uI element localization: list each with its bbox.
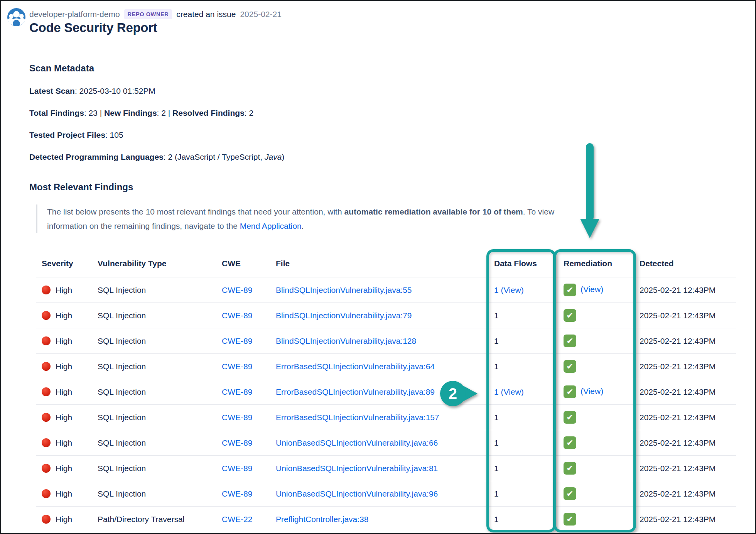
vulnerability-type-label: SQL Injection	[98, 387, 146, 396]
detected-cell: 2025-02-21 12:43PM	[636, 456, 736, 481]
detected-timestamp: 2025-02-21 12:43PM	[640, 362, 716, 371]
vulnerability-type-label: SQL Injection	[98, 413, 146, 422]
issue-page: developer-platform-demo REPO OWNER creat…	[0, 0, 756, 534]
note-text-bold: automatic remediation available for 10 o…	[344, 207, 523, 216]
detected-cell: 2025-02-21 12:43PM	[636, 328, 736, 354]
cwe-cell: CWE-89	[216, 328, 270, 354]
total-findings-value: : 23 |	[84, 108, 104, 117]
cwe-link[interactable]: CWE-89	[222, 489, 252, 498]
vulnerability-type-label: SQL Injection	[98, 362, 146, 371]
file-link[interactable]: ErrorBasedSQLInjectionVulnerability.java…	[276, 413, 439, 422]
issue-action-text: created an issue	[176, 10, 236, 19]
file-cell: BlindSQLInjectionVulnerability.java:128	[270, 328, 481, 354]
severity-label: High	[56, 464, 72, 473]
author-name[interactable]: developer-platform-demo	[29, 10, 120, 19]
latest-scan-label: Latest Scan	[29, 86, 75, 95]
high-severity-dot-icon	[42, 311, 51, 320]
vulnerability-type-label: SQL Injection	[98, 311, 146, 320]
cwe-link[interactable]: CWE-89	[222, 336, 252, 345]
file-cell: UnionBasedSQLInjectionVulnerability.java…	[270, 456, 481, 481]
column-header-detected: Detected	[636, 250, 736, 277]
vulnerability-type-cell: SQL Injection	[92, 277, 216, 303]
vulnerability-type-cell: SQL Injection	[92, 456, 216, 481]
languages-value-italic: Java	[265, 152, 282, 161]
cwe-link[interactable]: CWE-89	[222, 362, 252, 371]
high-severity-dot-icon	[42, 515, 51, 524]
severity-cell: High	[36, 328, 92, 354]
note-text-2: . To view	[523, 207, 554, 216]
severity-label: High	[56, 413, 72, 422]
cwe-link[interactable]: CWE-89	[222, 464, 252, 473]
tested-files-line: Tested Project Files: 105	[29, 130, 123, 140]
vulnerability-type-label: SQL Injection	[98, 286, 146, 294]
file-cell: BlindSQLInjectionVulnerability.java:55	[270, 277, 481, 303]
mend-application-link[interactable]: Mend Application	[240, 221, 302, 230]
vulnerability-type-cell: SQL Injection	[92, 481, 216, 507]
languages-line: Detected Programming Languages: 2 (JavaS…	[29, 152, 284, 162]
findings-note: The list below presents the 10 most rele…	[36, 204, 710, 233]
high-severity-dot-icon	[42, 438, 51, 447]
high-severity-dot-icon	[42, 413, 51, 422]
cwe-link[interactable]: CWE-22	[222, 515, 252, 524]
cwe-cell: CWE-89	[216, 456, 270, 481]
file-link[interactable]: BlindSQLInjectionVulnerability.java:55	[276, 286, 412, 294]
detected-cell: 2025-02-21 12:43PM	[636, 507, 736, 532]
severity-cell: High	[36, 430, 92, 456]
cwe-link[interactable]: CWE-89	[222, 387, 252, 396]
scan-metadata-heading: Scan Metadata	[29, 63, 94, 74]
detected-timestamp: 2025-02-21 12:43PM	[640, 387, 716, 396]
issue-meta-line: developer-platform-demo REPO OWNER creat…	[29, 9, 282, 19]
tested-files-value: : 105	[105, 130, 123, 139]
cwe-cell: CWE-89	[216, 354, 270, 379]
detected-timestamp: 2025-02-21 12:43PM	[640, 464, 716, 473]
annotation-step-2-marker: 2	[439, 378, 479, 409]
vulnerability-type-label: SQL Injection	[98, 489, 146, 498]
note-text-3: information on the remaining findings, n…	[47, 221, 240, 230]
severity-label: High	[56, 286, 72, 294]
file-link[interactable]: UnionBasedSQLInjectionVulnerability.java…	[276, 438, 438, 447]
file-link[interactable]: ErrorBasedSQLInjectionVulnerability.java…	[276, 387, 435, 396]
cwe-cell: CWE-89	[216, 405, 270, 430]
languages-label: Detected Programming Languages	[29, 152, 164, 161]
annotation-step-2-label: 2	[449, 385, 457, 402]
repo-owner-badge: REPO OWNER	[124, 9, 172, 19]
severity-label: High	[56, 387, 72, 396]
cwe-link[interactable]: CWE-89	[222, 413, 252, 422]
detected-cell: 2025-02-21 12:43PM	[636, 481, 736, 507]
tested-files-label: Tested Project Files	[29, 130, 105, 139]
vulnerability-type-cell: SQL Injection	[92, 303, 216, 328]
cwe-link[interactable]: CWE-89	[222, 311, 252, 320]
remediation-annotation-box	[554, 249, 636, 532]
new-findings-value: : 2 |	[157, 108, 172, 117]
languages-value: : 2 (JavaScript / TypeScript,	[164, 152, 265, 161]
file-link[interactable]: ErrorBasedSQLInjectionVulnerability.java…	[276, 362, 435, 371]
file-link[interactable]: BlindSQLInjectionVulnerability.java:128	[276, 336, 416, 345]
detected-timestamp: 2025-02-21 12:43PM	[640, 336, 716, 345]
high-severity-dot-icon	[42, 387, 51, 396]
team-avatar[interactable]	[7, 8, 25, 26]
file-cell: BlindSQLInjectionVulnerability.java:79	[270, 303, 481, 328]
latest-scan-value: : 2025-03-10 01:52PM	[75, 86, 155, 95]
detected-timestamp: 2025-02-21 12:43PM	[640, 438, 716, 447]
latest-scan-line: Latest Scan: 2025-03-10 01:52PM	[29, 86, 155, 96]
cwe-cell: CWE-89	[216, 481, 270, 507]
file-link[interactable]: PreflightController.java:38	[276, 515, 368, 524]
file-link[interactable]: UnionBasedSQLInjectionVulnerability.java…	[276, 464, 438, 473]
severity-cell: High	[36, 303, 92, 328]
vulnerability-type-cell: SQL Injection	[92, 328, 216, 354]
column-header-severity: Severity	[36, 250, 92, 277]
vulnerability-type-label: SQL Injection	[98, 336, 146, 345]
vulnerability-type-label: SQL Injection	[98, 438, 146, 447]
detected-cell: 2025-02-21 12:43PM	[636, 277, 736, 303]
vulnerability-type-cell: SQL Injection	[92, 354, 216, 379]
severity-cell: High	[36, 277, 92, 303]
file-link[interactable]: UnionBasedSQLInjectionVulnerability.java…	[276, 489, 438, 498]
severity-label: High	[56, 362, 72, 371]
vulnerability-type-label: SQL Injection	[98, 464, 146, 473]
vulnerability-type-cell: Path/Directory Traversal	[92, 507, 216, 532]
vulnerability-type-cell: SQL Injection	[92, 379, 216, 405]
cwe-link[interactable]: CWE-89	[222, 286, 252, 294]
cwe-link[interactable]: CWE-89	[222, 438, 252, 447]
file-link[interactable]: BlindSQLInjectionVulnerability.java:79	[276, 311, 412, 320]
findings-summary-line: Total Findings: 23 | New Findings: 2 | R…	[29, 108, 253, 118]
